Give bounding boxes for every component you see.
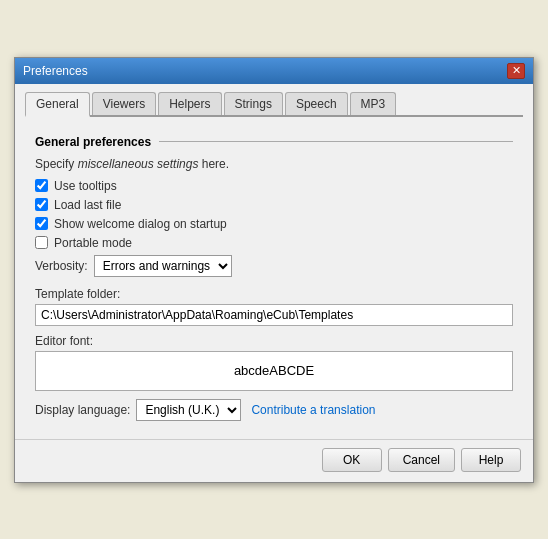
checkbox-load-last-file-input[interactable] (35, 198, 48, 211)
tab-content-general: General preferences Specify miscellaneou… (25, 127, 523, 429)
verbosity-select[interactable]: Errors and warnings All messages None (94, 255, 232, 277)
contribute-translation-link[interactable]: Contribute a translation (251, 403, 375, 417)
subtitle: Specify miscellaneous settings here. (35, 157, 513, 171)
editor-font-label: Editor font: (35, 334, 513, 348)
tab-speech[interactable]: Speech (285, 92, 348, 115)
section-title: General preferences (35, 135, 151, 149)
section-divider-line (159, 141, 513, 142)
help-button[interactable]: Help (461, 448, 521, 472)
subtitle-text-start: Specify (35, 157, 78, 171)
checkbox-use-tooltips-input[interactable] (35, 179, 48, 192)
checkbox-portable-mode: Portable mode (35, 236, 513, 250)
checkbox-use-tooltips: Use tooltips (35, 179, 513, 193)
checkbox-portable-mode-label: Portable mode (54, 236, 132, 250)
display-language-select[interactable]: English (U.K.) English (U.S.) French Ger… (136, 399, 241, 421)
verbosity-label: Verbosity: (35, 259, 88, 273)
checkbox-portable-mode-input[interactable] (35, 236, 48, 249)
button-bar: OK Cancel Help (15, 439, 533, 482)
checkbox-show-welcome-input[interactable] (35, 217, 48, 230)
verbosity-row: Verbosity: Errors and warnings All messa… (35, 255, 513, 277)
title-bar: Preferences ✕ (15, 58, 533, 84)
display-language-row: Display language: English (U.K.) English… (35, 399, 513, 421)
checkbox-use-tooltips-label: Use tooltips (54, 179, 117, 193)
template-folder-label: Template folder: (35, 287, 513, 301)
subtitle-text-end: here. (198, 157, 229, 171)
template-folder-input[interactable] (35, 304, 513, 326)
editor-font-preview[interactable]: abcdeABCDE (35, 351, 513, 391)
tab-general[interactable]: General (25, 92, 90, 117)
subtitle-em: miscellaneous settings (78, 157, 199, 171)
tab-helpers[interactable]: Helpers (158, 92, 221, 115)
tab-bar: General Viewers Helpers Strings Speech M… (25, 92, 523, 117)
tab-mp3[interactable]: MP3 (350, 92, 397, 115)
display-language-label: Display language: (35, 403, 130, 417)
editor-font-block: Editor font: abcdeABCDE (35, 334, 513, 391)
checkbox-show-welcome-label: Show welcome dialog on startup (54, 217, 227, 231)
ok-button[interactable]: OK (322, 448, 382, 472)
template-folder-block: Template folder: (35, 287, 513, 326)
dialog-body: General Viewers Helpers Strings Speech M… (15, 84, 533, 439)
tab-viewers[interactable]: Viewers (92, 92, 156, 115)
cancel-button[interactable]: Cancel (388, 448, 455, 472)
close-button[interactable]: ✕ (507, 63, 525, 79)
dialog-title: Preferences (23, 64, 88, 78)
section-header: General preferences (35, 135, 513, 149)
checkbox-load-last-file-label: Load last file (54, 198, 121, 212)
checkbox-show-welcome: Show welcome dialog on startup (35, 217, 513, 231)
preferences-dialog: Preferences ✕ General Viewers Helpers St… (14, 57, 534, 483)
checkbox-load-last-file: Load last file (35, 198, 513, 212)
tab-strings[interactable]: Strings (224, 92, 283, 115)
